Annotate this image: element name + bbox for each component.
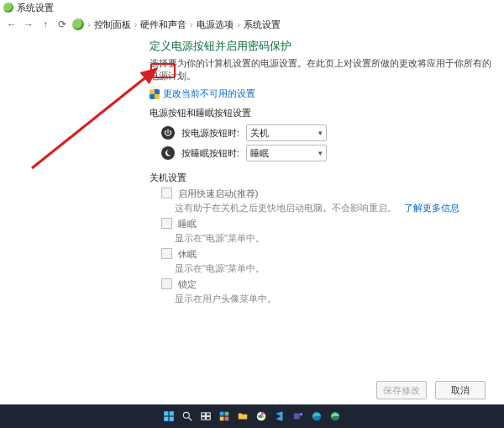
svg-rect-14	[225, 417, 229, 421]
power-icon	[161, 126, 175, 140]
svg-rect-10	[207, 417, 211, 420]
svg-rect-2	[170, 411, 174, 415]
shutdown-settings-title: 关机设置	[150, 172, 494, 184]
explorer-icon[interactable]	[235, 409, 250, 424]
control-panel-icon	[72, 18, 84, 30]
chrome-icon[interactable]	[254, 409, 269, 424]
shield-icon	[150, 89, 160, 99]
app-icon	[3, 3, 13, 13]
svg-rect-3	[164, 417, 168, 421]
sleep-icon	[161, 146, 175, 160]
vscode-icon[interactable]	[272, 409, 287, 424]
fast-startup-checkbox[interactable]	[161, 188, 172, 198]
widgets-icon[interactable]	[217, 409, 232, 424]
nav-up-button[interactable]: ↑	[39, 18, 52, 31]
svg-rect-4	[170, 417, 174, 421]
svg-rect-13	[220, 417, 224, 421]
power-button-label: 按电源按钮时:	[181, 127, 239, 140]
sleep-button-label: 按睡眠按钮时:	[181, 147, 239, 160]
save-button[interactable]: 保存修改	[376, 381, 427, 399]
crumb-power-options[interactable]: 电源选项	[197, 18, 234, 31]
fast-startup-desc: 这有助于在关机之后更快地启动电脑。不会影响重启。	[175, 203, 396, 213]
crumb-control-panel[interactable]: 控制面板	[94, 18, 131, 31]
page-subtitle: 选择要为你的计算机设置的电源设置。在此页上对设置所做的更改将应用于你所有的电源计…	[150, 57, 494, 82]
fast-startup-label: 启用快速启动(推荐)	[178, 188, 258, 198]
svg-rect-17	[294, 414, 300, 420]
page-title: 定义电源按钮并启用密码保护	[150, 39, 494, 54]
buttons-section-title: 电源按钮和睡眠按钮设置	[150, 107, 494, 119]
lock-desc: 显示在用户头像菜单中。	[175, 293, 494, 305]
svg-rect-11	[220, 412, 224, 416]
chevron-down-icon: ▾	[318, 149, 323, 157]
window-title: 系统设置	[17, 2, 54, 14]
svg-line-6	[189, 418, 192, 421]
power-button-select[interactable]: 关机 ▾	[246, 124, 327, 141]
crumb-system-settings[interactable]: 系统设置	[244, 18, 281, 31]
lock-label: 锁定	[178, 279, 197, 289]
crumb-hardware-sound[interactable]: 硬件和声音	[140, 18, 186, 31]
search-icon[interactable]	[180, 409, 195, 424]
svg-rect-9	[202, 417, 206, 420]
svg-point-18	[300, 413, 303, 416]
taskview-icon[interactable]	[198, 409, 213, 424]
fast-startup-learn-more-link[interactable]: 了解更多信息	[404, 203, 459, 213]
svg-rect-7	[202, 413, 206, 416]
nav-refresh-button[interactable]: ⟳	[55, 18, 69, 31]
lock-checkbox[interactable]	[161, 278, 172, 289]
teams-icon[interactable]	[291, 409, 306, 424]
svg-rect-1	[164, 411, 168, 415]
edge-icon[interactable]	[309, 409, 324, 424]
nav-forward-button[interactable]: →	[22, 18, 35, 31]
sleep-checkbox[interactable]	[161, 218, 172, 229]
cancel-button[interactable]: 取消	[435, 381, 486, 399]
hibernate-desc: 显示在"电源"菜单中。	[175, 262, 494, 275]
svg-rect-8	[207, 413, 211, 416]
hibernate-label: 休眠	[178, 249, 197, 259]
change-unavailable-settings-link[interactable]: 更改当前不可用的设置	[163, 87, 255, 100]
svg-point-5	[183, 412, 189, 418]
taskbar	[0, 404, 504, 428]
nav-back-button[interactable]: ←	[5, 18, 18, 31]
power-button-value: 关机	[250, 127, 269, 140]
sleep-button-select[interactable]: 睡眠 ▾	[246, 145, 327, 161]
sleep-button-value: 睡眠	[250, 147, 269, 160]
svg-rect-12	[225, 412, 229, 416]
edge-dev-icon[interactable]	[328, 409, 343, 424]
chevron-down-icon: ▾	[318, 129, 323, 137]
start-icon[interactable]	[161, 409, 176, 424]
sleep-desc: 显示在"电源"菜单中。	[175, 232, 494, 245]
sleep-label: 睡眠	[178, 219, 197, 229]
breadcrumb[interactable]: › 控制面板 › 硬件和声音 › 电源选项 › 系统设置	[72, 18, 281, 31]
hibernate-checkbox[interactable]	[161, 248, 172, 259]
svg-line-0	[32, 69, 156, 168]
